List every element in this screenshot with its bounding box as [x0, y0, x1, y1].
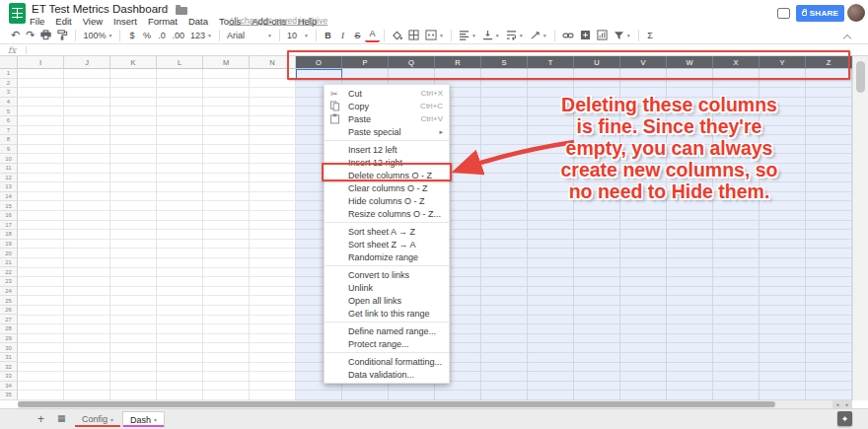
menu-item-define-named-range[interactable]: Define named range... — [325, 324, 449, 337]
column-header-n[interactable]: N — [250, 56, 296, 69]
select-all-corner[interactable] — [0, 56, 18, 69]
menu-item-copy[interactable]: CopyCtrl+C — [325, 100, 449, 112]
row-header-8[interactable]: 8 — [0, 135, 18, 145]
text-wrap-button[interactable]: ▼ — [503, 28, 527, 42]
row-header-33[interactable]: 33 — [0, 372, 18, 382]
row-header-15[interactable]: 15 — [0, 201, 18, 211]
menu-view[interactable]: View — [83, 16, 103, 27]
row-header-28[interactable]: 28 — [0, 324, 18, 334]
share-button[interactable]: SHARE — [796, 5, 844, 22]
menu-item-cut[interactable]: ✂CutCtrl+X — [325, 87, 449, 100]
borders-button[interactable] — [405, 28, 422, 42]
print-button[interactable] — [37, 28, 54, 42]
format-percent-button[interactable]: % — [139, 28, 154, 42]
horizontal-scrollbar[interactable]: ◂ ▸ — [18, 400, 852, 408]
explore-button[interactable]: ✦ — [837, 411, 852, 426]
all-sheets-icon[interactable]: ▦ — [57, 413, 66, 423]
fill-color-button[interactable] — [389, 28, 405, 42]
row-header-17[interactable]: 17 — [0, 221, 18, 231]
row-header-1[interactable]: 1 — [0, 69, 18, 79]
star-icon[interactable]: ☆ — [161, 3, 170, 14]
text-rotation-button[interactable]: ▼ — [527, 28, 550, 42]
scroll-right-arrow[interactable]: ▸ — [842, 400, 852, 408]
tab-menu-icon[interactable]: ▾ — [154, 416, 157, 423]
column-header-y-selected[interactable]: Y — [760, 56, 806, 69]
row-header-34[interactable]: 34 — [0, 382, 18, 392]
avatar[interactable] — [847, 4, 865, 22]
folder-icon[interactable] — [176, 7, 187, 15]
menu-item-sort-sheet-z-a[interactable]: Sort sheet Z → A — [325, 238, 449, 250]
row-header-9[interactable]: 9 — [0, 145, 18, 155]
column-header-k[interactable]: K — [110, 56, 157, 69]
filter-button[interactable]: ▼ — [611, 28, 634, 42]
row-header-32[interactable]: 32 — [0, 362, 18, 372]
row-header-30[interactable]: 30 — [0, 343, 18, 353]
column-header-s-selected[interactable]: S — [481, 56, 528, 69]
font-size-select[interactable]: 10▼ — [284, 28, 312, 42]
italic-button[interactable]: I — [335, 28, 350, 42]
menu-insert[interactable]: Insert — [113, 16, 137, 27]
column-header-m[interactable]: M — [203, 56, 250, 69]
tab-menu-icon[interactable]: ▾ — [110, 416, 113, 423]
row-header-23[interactable]: 23 — [0, 277, 18, 287]
row-header-13[interactable]: 13 — [0, 182, 18, 192]
menu-format[interactable]: Format — [148, 16, 178, 27]
vertical-scrollbar[interactable] — [852, 56, 868, 400]
row-header-35[interactable]: 35 — [0, 391, 18, 400]
row-header-12[interactable]: 12 — [0, 174, 18, 183]
row-header-2[interactable]: 2 — [0, 79, 18, 89]
font-family-select[interactable]: Arial▼ — [224, 28, 275, 42]
column-header-r-selected[interactable]: R — [435, 56, 481, 69]
number-format-button[interactable]: 123▼ — [187, 28, 215, 42]
row-header-22[interactable]: 22 — [0, 267, 18, 277]
menu-item-get-link-to-this-range[interactable]: Get link to this range — [325, 307, 449, 320]
row-header-27[interactable]: 27 — [0, 315, 18, 324]
decrease-decimal-button[interactable]: .0 — [154, 28, 169, 42]
row-header-16[interactable]: 16 — [0, 211, 18, 221]
menu-item-convert-to-links[interactable]: Convert to links — [325, 268, 449, 281]
row-header-29[interactable]: 29 — [0, 334, 18, 344]
menu-file[interactable]: File — [30, 16, 44, 27]
vertical-align-button[interactable]: ▼ — [479, 28, 503, 42]
vertical-scrollbar-thumb[interactable] — [856, 61, 865, 93]
menu-item-paste-special[interactable]: Paste special▸ — [325, 125, 449, 138]
row-header-19[interactable]: 19 — [0, 240, 18, 250]
row-header-24[interactable]: 24 — [0, 287, 18, 297]
horizontal-align-button[interactable]: ▼ — [456, 28, 479, 42]
column-header-i[interactable]: I — [18, 56, 64, 69]
menu-item-insert-12-left[interactable]: Insert 12 left — [325, 143, 449, 156]
column-header-p-selected[interactable]: P — [342, 56, 389, 69]
insert-chart-button[interactable] — [594, 28, 611, 42]
horizontal-scrollbar-thumb[interactable] — [18, 401, 775, 407]
column-header-l[interactable]: L — [157, 56, 203, 69]
menu-item-unlink[interactable]: Unlink — [325, 281, 449, 294]
menu-item-open-all-links[interactable]: Open all links — [325, 294, 449, 307]
zoom-select[interactable]: 100%▼ — [80, 28, 115, 42]
menu-item-protect-range[interactable]: Protect range... — [325, 337, 449, 350]
menu-item-clear-columns-o-z[interactable]: Clear columns O - Z — [325, 181, 449, 194]
row-header-25[interactable]: 25 — [0, 296, 18, 306]
menu-item-insert-12-right[interactable]: Insert 12 right — [325, 156, 449, 169]
redo-button[interactable]: ↷ — [23, 28, 37, 42]
menu-data[interactable]: Data — [188, 16, 208, 27]
comments-button[interactable] — [777, 8, 790, 19]
row-header-26[interactable]: 26 — [0, 306, 18, 316]
row-header-6[interactable]: 6 — [0, 116, 18, 126]
document-title[interactable]: ET Test Metrics Dashboard — [32, 3, 168, 15]
menu-item-sort-sheet-a-z[interactable]: Sort sheet A → Z — [325, 225, 449, 238]
sheets-logo-icon[interactable] — [9, 3, 26, 24]
row-header-10[interactable]: 10 — [0, 154, 18, 164]
text-color-button[interactable]: A — [365, 28, 380, 42]
column-header-v-selected[interactable]: V — [620, 56, 667, 69]
menu-item-resize-columns-o-z[interactable]: Resize columns O - Z... — [325, 207, 449, 220]
column-header-q-selected[interactable]: Q — [389, 56, 435, 69]
column-header-x-selected[interactable]: X — [713, 56, 760, 69]
format-currency-button[interactable]: $ — [124, 28, 139, 42]
paint-format-button[interactable] — [54, 28, 71, 42]
menu-item-conditional-formatting[interactable]: Conditional formatting... — [325, 355, 449, 368]
column-header-o-selected[interactable]: O — [296, 56, 342, 69]
column-header-z-selected[interactable]: Z — [806, 56, 852, 69]
column-header-w-selected[interactable]: W — [667, 56, 713, 69]
row-header-14[interactable]: 14 — [0, 192, 18, 202]
undo-button[interactable]: ↶ — [8, 28, 23, 42]
